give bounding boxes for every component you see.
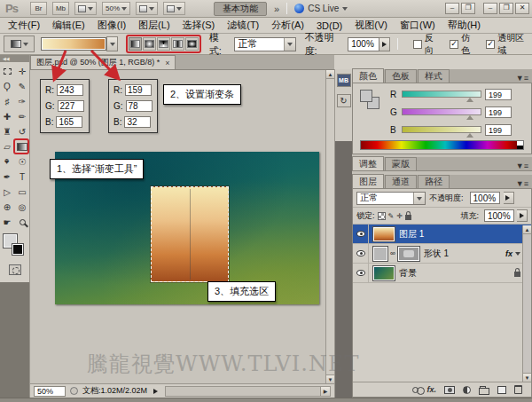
transparency-checkbox[interactable]: 透明区域 <box>486 32 532 57</box>
lock-paint-icon[interactable]: ✎ <box>388 212 395 220</box>
mini-bridge-panel-button[interactable]: MB <box>337 74 351 87</box>
rectangle-shape-tool[interactable]: ▭ <box>15 185 29 199</box>
slider-thumb-icon[interactable] <box>466 130 473 138</box>
3d-rotate-tool[interactable]: ⊕ <box>0 200 14 214</box>
tab-close-icon[interactable]: × <box>165 59 169 67</box>
reflected-gradient-button[interactable] <box>171 37 184 51</box>
horizontal-scrollbar[interactable]: ▶ <box>165 386 331 397</box>
history-panel-button[interactable]: ↻ <box>337 94 351 107</box>
b-value-field[interactable]: 199 <box>485 124 512 136</box>
document-tab[interactable]: 图层.psd @ 50% (图层 1, RGB/8) * × <box>30 55 176 69</box>
bridge-button[interactable]: Br <box>30 2 47 15</box>
layer-opacity-input[interactable]: 100% <box>470 192 500 204</box>
visibility-toggle[interactable] <box>353 225 369 243</box>
tab-masks[interactable]: 蒙版 <box>385 157 417 170</box>
eraser-tool[interactable]: ▱ <box>0 139 14 154</box>
toolbar-collapse-button[interactable]: ◀◀ <box>0 55 29 62</box>
menu-analysis[interactable]: 分析(A) <box>265 19 310 32</box>
add-layer-mask-button[interactable] <box>444 386 455 394</box>
menu-3d[interactable]: 3D(D) <box>310 20 348 31</box>
panel-menu-icon[interactable]: ▼≡ <box>516 179 532 188</box>
gradient-preset-button[interactable] <box>4 35 35 52</box>
minimize-button[interactable]: – <box>483 3 497 14</box>
panel-menu-icon[interactable]: ▼≡ <box>516 162 532 170</box>
layer1-thumbnail[interactable] <box>373 227 395 241</box>
panel-menu-icon[interactable]: ▼≡ <box>516 74 532 83</box>
scroll-down-icon[interactable]: ▼ <box>326 374 334 383</box>
tab-adjustments[interactable]: 调整 <box>352 156 384 170</box>
diamond-gradient-button[interactable] <box>185 37 199 51</box>
shape1-name[interactable]: 形状 1 <box>424 248 449 260</box>
blend-mode-select[interactable]: 正常 <box>234 37 296 51</box>
3d-camera-tool[interactable]: ◎ <box>15 200 29 214</box>
delete-layer-button[interactable] <box>514 385 522 394</box>
menu-view[interactable]: 视图(V) <box>348 19 394 32</box>
maximize-button[interactable]: ❐ <box>499 3 513 14</box>
opacity-slider-button[interactable] <box>379 37 390 51</box>
fill-slider-button[interactable] <box>517 209 528 222</box>
layer-effects-badge[interactable]: fx <box>505 249 520 258</box>
view-extras-button[interactable] <box>136 2 158 15</box>
background-thumbnail[interactable] <box>373 266 395 280</box>
lock-all-icon[interactable] <box>405 215 411 220</box>
slider-thumb-icon[interactable] <box>466 112 473 120</box>
r-slider[interactable] <box>402 91 481 98</box>
vertical-scrollbar[interactable]: ▲ ▼ <box>325 70 334 383</box>
dither-checkbox[interactable]: 仿色 <box>450 32 478 57</box>
background-color-swatch[interactable] <box>12 244 23 255</box>
history-brush-tool[interactable]: ↺ <box>15 124 29 138</box>
b-slider[interactable] <box>402 126 481 133</box>
tab-layers[interactable]: 图层 <box>352 174 384 188</box>
zoom-tool[interactable] <box>15 215 29 229</box>
canvas-area[interactable]: R:243 G:227 B:165 R:159 G:78 B:32 2、设置渐变… <box>30 70 325 383</box>
dodge-tool[interactable]: ☉ <box>15 154 29 169</box>
layer-row-layer1[interactable]: 图层 1 <box>353 225 531 244</box>
menu-file[interactable]: 文件(F) <box>2 19 46 32</box>
background-name[interactable]: 背景 <box>399 267 417 280</box>
gradient-picker-dropdown[interactable] <box>106 36 118 51</box>
menu-layer[interactable]: 图层(L) <box>132 19 176 32</box>
tab-channels[interactable]: 通道 <box>385 175 417 188</box>
menu-help[interactable]: 帮助(H) <box>442 19 487 32</box>
rectangular-marquee-tool[interactable] <box>0 64 14 78</box>
menu-edit[interactable]: 编辑(E) <box>46 19 91 32</box>
shape1-thumbnail[interactable] <box>373 247 387 261</box>
screen-mode-button[interactable] <box>163 2 185 15</box>
layer-row-background[interactable]: 背景 <box>353 264 531 283</box>
tab-color[interactable]: 颜色 <box>352 68 384 83</box>
angle-gradient-button[interactable] <box>157 37 170 51</box>
type-tool[interactable]: T <box>15 169 29 184</box>
layer1-name[interactable]: 图层 1 <box>399 228 424 240</box>
menu-image[interactable]: 图像(I) <box>91 19 132 32</box>
scroll-down-icon[interactable]: ▼ <box>523 373 531 382</box>
tab-swatches[interactable]: 色板 <box>385 69 417 83</box>
layer-row-shape1[interactable]: ∞ 形状 1 fx <box>353 244 531 264</box>
color-spectrum-ramp[interactable] <box>360 140 524 150</box>
pen-tool[interactable]: ✒ <box>0 169 14 184</box>
visibility-toggle[interactable] <box>353 264 369 282</box>
lock-transparency-icon[interactable] <box>378 212 386 220</box>
cs-live-button[interactable]: CS Live <box>294 4 348 13</box>
status-zoom-field[interactable]: 50% <box>34 386 66 397</box>
reverse-checkbox[interactable]: 反向 <box>413 32 442 57</box>
fill-input[interactable]: 100% <box>484 209 514 222</box>
linear-gradient-button[interactable] <box>129 37 142 51</box>
path-selection-tool[interactable]: ▷ <box>0 185 14 199</box>
shape1-vector-mask-thumbnail[interactable] <box>398 247 419 261</box>
g-slider[interactable] <box>402 108 481 115</box>
gradient-preview-bar[interactable] <box>41 37 106 51</box>
eyedropper-tool[interactable]: ✑ <box>15 94 29 108</box>
workspace-button[interactable]: 基本功能 <box>214 2 267 16</box>
menu-window[interactable]: 窗口(W) <box>394 19 442 32</box>
crop-tool[interactable]: ♯ <box>0 94 14 108</box>
scroll-right-icon[interactable]: ▶ <box>320 387 330 396</box>
layer-opacity-slider-button[interactable] <box>504 192 514 204</box>
blur-tool[interactable]: ♠ <box>0 154 14 169</box>
spot-healing-brush-tool[interactable]: ✚ <box>0 109 14 123</box>
mini-bridge-button[interactable]: Mb <box>52 2 69 15</box>
clone-stamp-tool[interactable]: ♜ <box>0 124 14 138</box>
opacity-input[interactable]: 100% <box>348 37 379 51</box>
gradient-filled-selection[interactable] <box>151 186 229 282</box>
black-swatch[interactable] <box>517 146 523 149</box>
lock-position-icon[interactable]: ✛ <box>396 212 403 220</box>
